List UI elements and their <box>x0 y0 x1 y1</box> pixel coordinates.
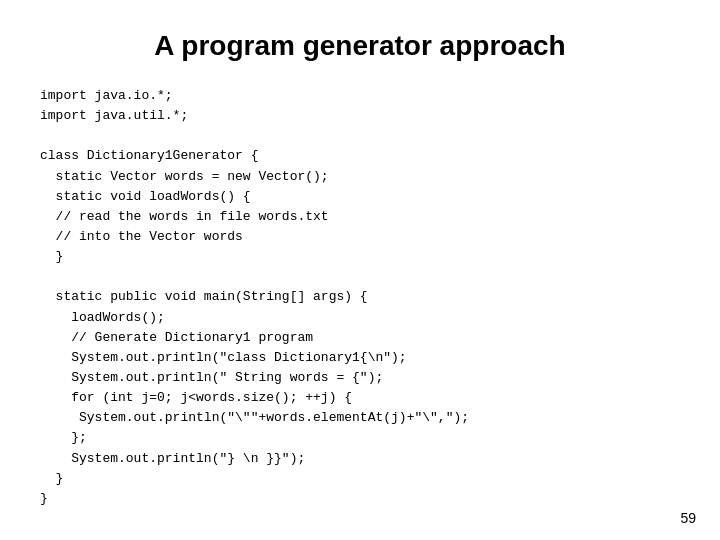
page-number: 59 <box>680 510 696 526</box>
slide-title: A program generator approach <box>40 30 680 62</box>
slide: A program generator approach import java… <box>0 0 720 540</box>
code-block: import java.io.*; import java.util.*; cl… <box>40 86 680 509</box>
